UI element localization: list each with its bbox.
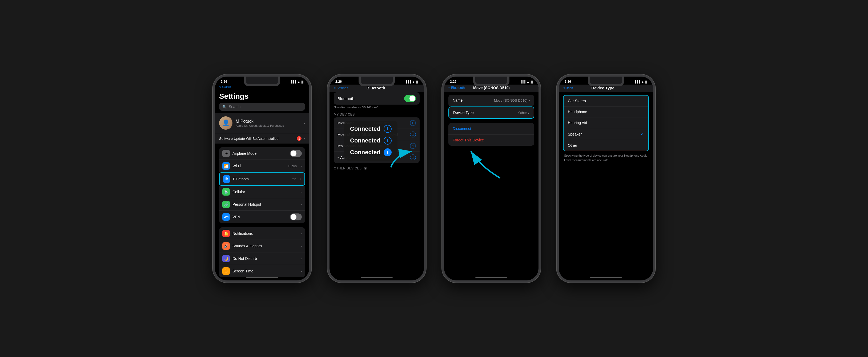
status-time-4: 2:26	[565, 80, 571, 84]
nav-title-2: Bluetooth	[367, 86, 385, 90]
settings-header: Settings 🔍 Search	[215, 89, 309, 113]
device-info-2[interactable]: ℹ	[410, 143, 416, 149]
cellular-icon: 📡	[222, 188, 230, 196]
signal-icon-4: ▐▐▐	[634, 80, 640, 83]
device-type-chevron: ›	[528, 110, 529, 115]
profile-row[interactable]: 👤 M Potuck Apple ID, iCloud, Media & Pur…	[215, 113, 309, 133]
status-time-3: 2:26	[450, 80, 456, 84]
cellular-row[interactable]: 📡 Cellular ›	[219, 186, 305, 198]
wifi-chevron: ›	[301, 164, 302, 168]
home-indicator-2	[361, 277, 393, 278]
nav-bar-4: < Back Device Type	[559, 85, 653, 92]
settings-group-2: 🔔 Notifications › 🔊 Sounds & Haptics › 🌙…	[215, 227, 309, 277]
vpn-icon: VPN	[222, 213, 230, 221]
vpn-row[interactable]: VPN VPN	[219, 211, 305, 223]
search-bar[interactable]: 🔍 Search	[219, 103, 305, 111]
bt-toggle-label: Bluetooth	[338, 96, 354, 101]
wifi-label: Wi-Fi	[232, 164, 285, 168]
status-bar-4: 2:26 ▐▐▐ ▲ ▓	[559, 77, 653, 85]
vpn-label: VPN	[232, 215, 287, 219]
arrow-svg-3	[465, 146, 508, 181]
profile-name: M Potuck	[236, 119, 301, 124]
sounds-label: Sounds & Haptics	[232, 244, 298, 248]
airplane-row[interactable]: ✈ Airplane Mode	[219, 147, 305, 160]
device-info-3[interactable]: ℹ	[410, 154, 416, 160]
search-icon: 🔍	[222, 105, 226, 109]
connected-label-1: Connected	[350, 137, 380, 144]
status-icons-3: ▐▐▐ ▲ ▓	[520, 80, 533, 83]
wifi-row[interactable]: 📶 Wi-Fi Tucks ›	[219, 160, 305, 172]
dnd-row[interactable]: 🌙 Do Not Disturb ›	[219, 252, 305, 265]
forget-label: Forget This Device	[453, 138, 484, 142]
connected-label-2: Connected	[350, 149, 380, 156]
update-banner[interactable]: Software Update Will Be Auto Installed 1…	[215, 133, 309, 144]
device-info-1[interactable]: ℹ	[410, 131, 416, 138]
update-badge: 1	[297, 136, 302, 141]
hotspot-row[interactable]: 🔗 Personal Hotspot ›	[219, 198, 305, 211]
phone-4: 2:26 ▐▐▐ ▲ ▓ < Back Device Type Car Ster…	[557, 75, 655, 282]
nav-back-4[interactable]: < Back	[563, 86, 573, 90]
bluetooth-row[interactable]: 𝔹 Bluetooth On ›	[219, 172, 305, 186]
phone-1: 2:26 ▐▐▐ ▲ ▓ < Search Settings 🔍 Search …	[213, 75, 311, 282]
type-row-4[interactable]: Other	[564, 140, 648, 151]
device-type-value-container: Other ›	[518, 110, 529, 115]
phone-3: 2:26 ▐▐▐ ▲ ▓ < Bluetooth Move (SONOS D51…	[442, 75, 540, 282]
my-devices-header: MY DEVICES	[330, 111, 424, 117]
notifications-row[interactable]: 🔔 Notifications ›	[219, 227, 305, 240]
device-actions: Disconnect Forget This Device	[448, 123, 534, 146]
name-value: Move (SONOS D510)	[494, 98, 528, 102]
wifi-value: Tucks	[288, 164, 297, 168]
connected-item-2: Connected ℹ	[350, 148, 392, 156]
forget-row[interactable]: Forget This Device	[448, 135, 534, 146]
other-devices-header: OTHER DEVICES ✳	[334, 166, 420, 171]
disconnect-label: Disconnect	[453, 126, 471, 131]
bluetooth-chevron: ›	[300, 177, 301, 181]
device-name-row[interactable]: Name Move (SONOS D510) ›	[448, 95, 534, 106]
device-type-note: Specifying the type of device can ensure…	[559, 151, 653, 165]
nav-title-3: Move (SONOS D510)	[473, 86, 510, 90]
airplane-label: Airplane Mode	[232, 151, 287, 155]
notifications-icon: 🔔	[222, 230, 230, 237]
info-circle-1[interactable]: ℹ	[383, 137, 392, 145]
screentime-row[interactable]: ⏱ Screen Time ›	[219, 265, 305, 277]
update-text: Software Update Will Be Auto Installed	[219, 137, 279, 141]
type-label-2: Hearing Aid	[568, 121, 587, 125]
connected-item-1: Connected ℹ	[350, 137, 392, 145]
profile-subtitle: Apple ID, iCloud, Media & Purchases	[236, 124, 301, 127]
phone-2: 2:26 ▐▐▐ ▲ ▓ < Settings Bluetooth Blueto…	[328, 75, 426, 282]
status-icons-4: ▐▐▐ ▲ ▓	[634, 80, 647, 83]
info-circle-2[interactable]: ℹ	[383, 148, 392, 156]
cellular-label: Cellular	[232, 190, 298, 194]
home-indicator-1	[246, 277, 278, 278]
home-indicator-3	[475, 277, 507, 278]
nav-back-2[interactable]: < Settings	[334, 86, 348, 90]
type-row-3[interactable]: Speaker ✓	[564, 128, 648, 140]
vpn-toggle[interactable]	[290, 213, 302, 220]
airplane-toggle[interactable]	[290, 150, 302, 157]
bt-toggle-row[interactable]: Bluetooth	[334, 92, 420, 105]
nav-back-3[interactable]: < Bluetooth	[448, 86, 465, 90]
device-type-row[interactable]: Device Type Other ›	[448, 107, 534, 119]
status-time-2: 2:26	[335, 80, 342, 84]
battery-icon-2: ▓	[416, 80, 418, 83]
screentime-chevron: ›	[301, 269, 302, 273]
device-type-list: Car Stereo Headphone Hearing Aid Speaker…	[563, 95, 649, 151]
bt-toggle[interactable]	[404, 95, 416, 102]
device-info-0[interactable]: ℹ	[410, 120, 416, 126]
battery-icon: ▓	[302, 80, 303, 83]
info-circle-0[interactable]: ℹ	[383, 125, 392, 133]
type-row-0[interactable]: Car Stereo	[564, 95, 648, 107]
battery-icon-4: ▓	[645, 80, 647, 83]
sounds-row[interactable]: 🔊 Sounds & Haptics ›	[219, 240, 305, 252]
wifi-icon-row: 📶	[222, 162, 230, 170]
bluetooth-icon: 𝔹	[223, 175, 230, 183]
type-row-2[interactable]: Hearing Aid	[564, 117, 648, 128]
disconnect-row[interactable]: Disconnect	[448, 123, 534, 135]
nav-back-1[interactable]: < Search	[215, 85, 309, 89]
status-icons-2: ▐▐▐ ▲ ▓	[405, 80, 418, 83]
sounds-icon: 🔊	[222, 242, 230, 250]
type-label-3: Speaker	[568, 132, 582, 136]
settings-title: Settings	[219, 92, 305, 103]
signal-icon-3: ▐▐▐	[520, 80, 525, 83]
type-row-1[interactable]: Headphone	[564, 107, 648, 117]
